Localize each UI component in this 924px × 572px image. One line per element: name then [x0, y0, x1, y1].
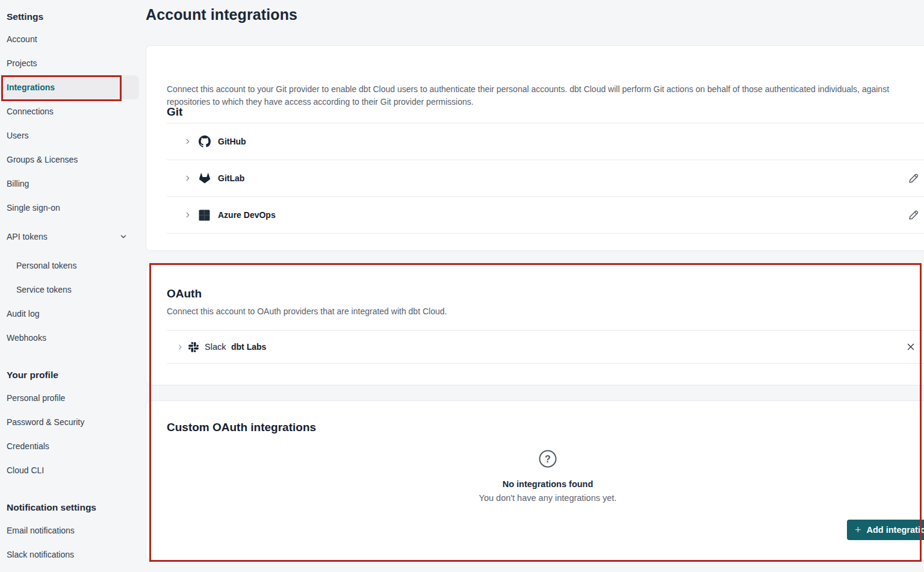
gitlab-icon	[199, 172, 211, 184]
sidebar-item-connections[interactable]: Connections	[7, 99, 136, 123]
sidebar-item-personal-tokens[interactable]: Personal tokens	[16, 253, 146, 278]
git-row-azure-devops[interactable]: Azure DevOps	[167, 196, 924, 233]
empty-state-title: No integrations found	[457, 479, 638, 489]
sidebar-item-password-security[interactable]: Password & Security	[7, 410, 136, 434]
sidebar-item-label: API tokens	[7, 232, 48, 241]
edit-pencil-icon[interactable]	[908, 173, 919, 184]
close-icon[interactable]	[906, 342, 916, 352]
github-icon	[199, 135, 211, 148]
chevron-right-icon[interactable]	[184, 211, 192, 219]
git-card-description: Connect this account to your Git provide…	[167, 83, 924, 108]
slack-icon	[188, 342, 199, 352]
svg-text:?: ?	[545, 454, 551, 464]
sidebar-item-webhooks[interactable]: Webhooks	[7, 326, 136, 350]
chevron-right-icon[interactable]	[176, 343, 184, 351]
sidebar-item-api-tokens[interactable]: API tokens	[7, 225, 136, 249]
oauth-card-title: OAuth	[167, 287, 202, 300]
oauth-provider-list: Slack dbt Labs	[167, 330, 924, 364]
oauth-provider-label: Slack	[205, 342, 226, 352]
sidebar-item-integrations[interactable]: Integrations	[7, 75, 136, 99]
empty-state: ? No integrations found You don't have a…	[457, 449, 638, 503]
chevron-right-icon[interactable]	[184, 174, 192, 182]
oauth-row-slack[interactable]: Slack dbt Labs	[167, 330, 924, 364]
sidebar-item-audit-log[interactable]: Audit log	[7, 302, 136, 326]
oauth-card: OAuth Connect this account to OAuth prov…	[146, 265, 924, 385]
sidebar-item-account[interactable]: Account	[7, 27, 136, 51]
sidebar-heading-settings: Settings	[7, 10, 43, 24]
sidebar-item-cloud-cli[interactable]: Cloud CLI	[7, 458, 136, 482]
git-row-label: GitLab	[218, 173, 244, 183]
sidebar-item-projects[interactable]: Projects	[7, 51, 136, 75]
sidebar-item-slack-notifications[interactable]: Slack notifications	[7, 542, 136, 567]
chevron-right-icon[interactable]	[184, 137, 192, 146]
settings-sidebar: Settings Account Projects Integrations C…	[0, 0, 146, 572]
question-circle-icon: ?	[538, 449, 557, 468]
sidebar-item-users[interactable]: Users	[7, 123, 136, 148]
sidebar-item-service-tokens[interactable]: Service tokens	[16, 278, 146, 302]
add-integration-label: Add integration	[867, 525, 924, 535]
azure-devops-icon	[199, 210, 210, 221]
sidebar-item-single-sign-on[interactable]: Single sign-on	[7, 196, 136, 220]
git-row-label: Azure DevOps	[218, 210, 276, 220]
empty-state-subtitle: You don't have any integrations yet.	[457, 493, 638, 503]
git-provider-list: GitHub GitLab Azure DevOps	[167, 123, 924, 234]
sidebar-item-groups-licenses[interactable]: Groups & Licenses	[7, 148, 136, 172]
sidebar-item-email-notifications[interactable]: Email notifications	[7, 518, 136, 542]
sidebar-item-personal-profile[interactable]: Personal profile	[7, 386, 136, 410]
custom-card-title: Custom OAuth integrations	[167, 421, 316, 434]
oauth-card-description: Connect this account to OAuth providers …	[167, 305, 924, 318]
oauth-account-name: dbt Labs	[231, 342, 266, 352]
git-row-gitlab[interactable]: GitLab	[167, 160, 924, 196]
git-integrations-card: Git Connect this account to your Git pro…	[146, 45, 924, 251]
page-title: Account integrations	[146, 6, 297, 23]
git-row-label: GitHub	[218, 137, 246, 146]
plus-icon: +	[855, 524, 861, 535]
chevron-down-icon	[119, 232, 128, 241]
sidebar-item-credentials[interactable]: Credentials	[7, 434, 136, 458]
git-row-github[interactable]: GitHub	[167, 123, 924, 160]
sidebar-heading-notification-settings: Notification settings	[7, 500, 96, 515]
sidebar-heading-your-profile: Your profile	[7, 368, 58, 382]
custom-oauth-card: Custom OAuth integrations ? No integrati…	[146, 400, 924, 561]
add-integration-button[interactable]: + Add integration	[847, 520, 924, 540]
edit-pencil-icon[interactable]	[908, 210, 919, 220]
sidebar-item-billing[interactable]: Billing	[7, 172, 136, 196]
